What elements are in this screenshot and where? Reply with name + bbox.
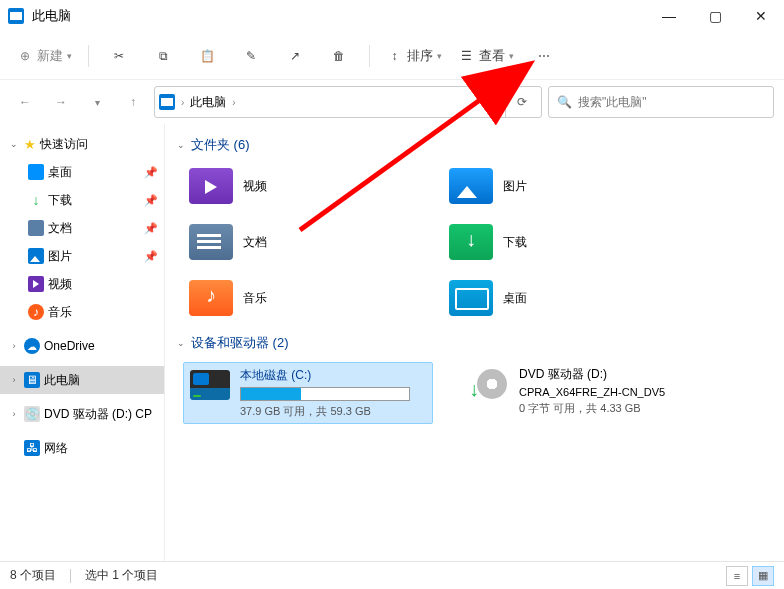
sidebar-label: 网络 — [44, 440, 68, 457]
drive-d[interactable]: DVD 驱动器 (D:) CPRA_X64FRE_ZH-CN_DV5 0 字节 … — [463, 362, 713, 424]
section-label: 文件夹 (6) — [191, 136, 250, 154]
sidebar-item-documents[interactable]: 文档 📌 — [0, 214, 164, 242]
pin-icon: 📌 — [144, 166, 158, 179]
video-folder-icon — [189, 168, 233, 204]
sidebar-item-quick-access[interactable]: ⌄ ★ 快速访问 — [0, 130, 164, 158]
sidebar-item-onedrive[interactable]: › ☁ OneDrive — [0, 332, 164, 360]
search-icon: 🔍 — [557, 95, 572, 109]
chevron-right-icon[interactable]: › — [8, 341, 20, 351]
folder-music[interactable]: 音乐 — [189, 276, 409, 320]
navigation-bar: ← → ▾ ↑ › 此电脑 › ⌄ ⟳ 🔍 — [0, 80, 784, 124]
music-folder-icon — [189, 280, 233, 316]
window-title: 此电脑 — [32, 7, 646, 25]
divider — [369, 45, 370, 67]
divider — [88, 45, 89, 67]
sidebar-label: 音乐 — [48, 304, 72, 321]
details-view-button[interactable]: ≡ — [726, 566, 748, 586]
view-button[interactable]: ☰ 查看 ▾ — [452, 39, 520, 73]
sidebar-label: 下载 — [48, 192, 72, 209]
picture-icon — [28, 248, 44, 264]
disc-icon: 💿 — [24, 406, 40, 422]
maximize-button[interactable]: ▢ — [692, 0, 738, 32]
refresh-button[interactable]: ⟳ — [505, 86, 537, 118]
sidebar-label: 此电脑 — [44, 372, 80, 389]
search-box[interactable]: 🔍 — [548, 86, 774, 118]
up-button[interactable]: ↑ — [118, 87, 148, 117]
pc-icon — [159, 94, 175, 110]
breadcrumb-sep: › — [232, 97, 235, 108]
drives-row: 本地磁盘 (C:) 37.9 GB 可用，共 59.3 GB DVD 驱动器 (… — [175, 362, 774, 424]
more-button[interactable]: ⋯ — [524, 39, 564, 73]
section-label: 设备和驱动器 (2) — [191, 334, 289, 352]
copy-button[interactable]: ⧉ — [143, 39, 183, 73]
sidebar-item-downloads[interactable]: ↓ 下载 📌 — [0, 186, 164, 214]
folders-grid: 视频 图片 文档 下载 音乐 桌面 — [175, 164, 774, 320]
folder-videos[interactable]: 视频 — [189, 164, 409, 208]
chevron-right-icon[interactable]: › — [8, 375, 20, 385]
drive-icon — [188, 367, 232, 403]
status-item-count: 8 个项目 — [10, 567, 56, 584]
breadcrumb[interactable]: 此电脑 — [190, 94, 226, 111]
share-button[interactable]: ↗ — [275, 39, 315, 73]
minimize-button[interactable]: — — [646, 0, 692, 32]
folder-pictures[interactable]: 图片 — [449, 164, 669, 208]
new-button[interactable]: ⊕ 新建 ▾ — [10, 39, 78, 73]
sidebar-label: DVD 驱动器 (D:) CP — [44, 406, 152, 423]
sidebar-item-desktop[interactable]: 桌面 📌 — [0, 158, 164, 186]
copy-icon: ⧉ — [155, 47, 172, 64]
desktop-folder-icon — [449, 280, 493, 316]
chevron-down-icon[interactable]: ⌄ — [175, 140, 187, 150]
chevron-down-icon: ▾ — [67, 51, 72, 61]
address-dropdown[interactable]: ⌄ — [481, 95, 497, 109]
search-input[interactable] — [578, 95, 765, 109]
star-icon: ★ — [24, 137, 36, 152]
pin-icon: 📌 — [144, 250, 158, 263]
rename-button[interactable]: ✎ — [231, 39, 271, 73]
view-label: 查看 — [479, 47, 505, 65]
sort-button[interactable]: ↕ 排序 ▾ — [380, 39, 448, 73]
sidebar-item-this-pc[interactable]: › 🖥 此电脑 — [0, 366, 164, 394]
drive-stat: 37.9 GB 可用，共 59.3 GB — [240, 404, 428, 419]
delete-button[interactable]: 🗑 — [319, 39, 359, 73]
section-folders-header[interactable]: ⌄ 文件夹 (6) — [175, 136, 774, 154]
sidebar-item-videos[interactable]: 视频 — [0, 270, 164, 298]
cut-button[interactable]: ✂ — [99, 39, 139, 73]
folder-label: 桌面 — [503, 290, 527, 307]
folder-documents[interactable]: 文档 — [189, 220, 409, 264]
forward-button[interactable]: → — [46, 87, 76, 117]
chevron-down-icon[interactable]: ⌄ — [175, 338, 187, 348]
download-icon: ↓ — [28, 192, 44, 208]
folder-desktop[interactable]: 桌面 — [449, 276, 669, 320]
back-button[interactable]: ← — [10, 87, 40, 117]
sidebar-item-dvd[interactable]: › 💿 DVD 驱动器 (D:) CP — [0, 400, 164, 428]
rename-icon: ✎ — [243, 47, 260, 64]
sidebar-label: 视频 — [48, 276, 72, 293]
drive-stat: 0 字节 可用，共 4.33 GB — [519, 401, 709, 416]
drive-name: DVD 驱动器 (D:) — [519, 366, 709, 383]
document-icon — [28, 220, 44, 236]
recent-button[interactable]: ▾ — [82, 87, 112, 117]
trash-icon: 🗑 — [331, 47, 348, 64]
status-selected-count: 选中 1 个项目 — [85, 567, 158, 584]
chevron-right-icon[interactable]: › — [8, 409, 20, 419]
content-pane: ⌄ 文件夹 (6) 视频 图片 文档 下载 音乐 — [164, 124, 784, 561]
section-drives-header[interactable]: ⌄ 设备和驱动器 (2) — [175, 334, 774, 352]
desktop-icon — [28, 164, 44, 180]
sidebar-item-music[interactable]: ♪ 音乐 — [0, 298, 164, 326]
folder-label: 视频 — [243, 178, 267, 195]
new-label: 新建 — [37, 47, 63, 65]
title-bar: 此电脑 — ▢ ✕ — [0, 0, 784, 32]
close-button[interactable]: ✕ — [738, 0, 784, 32]
drive-c[interactable]: 本地磁盘 (C:) 37.9 GB 可用，共 59.3 GB — [183, 362, 433, 424]
network-icon: 🖧 — [24, 440, 40, 456]
sidebar-item-pictures[interactable]: 图片 📌 — [0, 242, 164, 270]
address-bar[interactable]: › 此电脑 › ⌄ ⟳ — [154, 86, 542, 118]
divider — [70, 569, 71, 583]
pin-icon: 📌 — [144, 222, 158, 235]
sort-label: 排序 — [407, 47, 433, 65]
icons-view-button[interactable]: ▦ — [752, 566, 774, 586]
folder-downloads[interactable]: 下载 — [449, 220, 669, 264]
paste-button[interactable]: 📋 — [187, 39, 227, 73]
chevron-down-icon[interactable]: ⌄ — [8, 139, 20, 149]
sidebar-item-network[interactable]: › 🖧 网络 — [0, 434, 164, 462]
